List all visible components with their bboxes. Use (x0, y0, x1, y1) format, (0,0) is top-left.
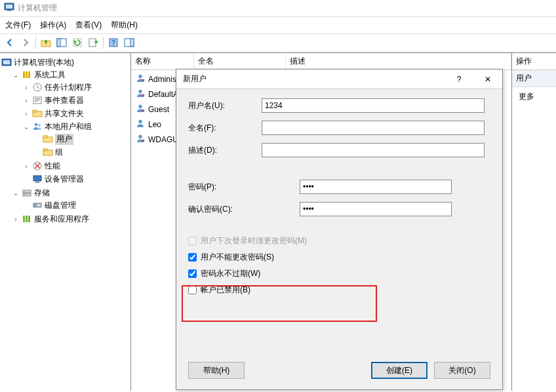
chk-account-disabled-label: 帐户已禁用(B) (201, 284, 250, 296)
tree-label: 组 (55, 147, 63, 158)
tree-label: 设备管理器 (45, 174, 84, 185)
dialog-titlebar[interactable]: 新用户 ? ✕ (176, 69, 502, 89)
dialog-title: 新用户 (183, 73, 207, 85)
tree-root[interactable]: 计算机管理(本地) (1, 56, 129, 68)
svg-point-46 (138, 120, 142, 123)
tree-system-tools[interactable]: ⌄ 系统工具 (12, 69, 129, 81)
tree-performance[interactable]: ›性能 (22, 160, 129, 172)
user-icon (135, 133, 146, 146)
tree-label: 用户 (55, 134, 73, 145)
actions-sub-users[interactable]: 用户 (512, 70, 556, 87)
tree-label: 共享文件夹 (45, 108, 84, 119)
collapse-icon[interactable]: ⌄ (12, 189, 20, 197)
svg-rect-19 (35, 98, 40, 99)
svg-rect-31 (33, 176, 41, 181)
svg-rect-39 (37, 204, 41, 206)
tree-groups[interactable]: 组 (33, 146, 129, 158)
menubar: 文件(F) 操作(A) 查看(V) 帮助(H) (0, 17, 556, 33)
tree-task-scheduler[interactable]: ›任务计划程序 (22, 81, 129, 93)
menu-action[interactable]: 操作(A) (40, 20, 66, 31)
item-name: DefaultA (148, 90, 178, 99)
user-icon (135, 88, 146, 100)
help-icon[interactable]: ? (106, 35, 121, 50)
tree-services-apps[interactable]: ›服务和应用程序 (12, 213, 129, 225)
dialog-body: 用户名(U): 全名(F): 描述(D): 密码(P): 确认密码(C): 用户… (176, 89, 502, 355)
svg-rect-5 (57, 39, 60, 47)
toolbar-separator (35, 37, 36, 49)
confirm-password-input[interactable] (300, 202, 452, 216)
svg-point-24 (35, 123, 38, 127)
tree-label: 服务和应用程序 (34, 214, 89, 225)
forward-icon[interactable] (18, 35, 33, 50)
username-input[interactable] (262, 98, 485, 113)
col-name[interactable]: 名称 (131, 53, 194, 69)
dialog-help-icon[interactable]: ? (445, 69, 473, 89)
password-input[interactable] (300, 180, 452, 194)
chk-account-disabled[interactable] (188, 286, 197, 294)
tree-disk-management[interactable]: 磁盘管理 (22, 199, 129, 211)
expand-icon[interactable]: › (22, 84, 30, 91)
chk-cannot-change[interactable] (188, 253, 197, 262)
tree-label: 事件查看器 (45, 95, 84, 106)
tree-label: 系统工具 (34, 69, 66, 81)
svg-point-44 (138, 90, 142, 93)
svg-rect-16 (28, 71, 30, 78)
close-icon[interactable]: ✕ (473, 69, 502, 89)
chk-must-change (188, 237, 197, 245)
svg-point-43 (138, 75, 142, 78)
chk-account-disabled-row[interactable]: 帐户已禁用(B) (188, 283, 490, 299)
help-button[interactable]: 帮助(H) (188, 362, 245, 379)
back-icon[interactable] (3, 35, 17, 50)
expand-icon[interactable]: › (22, 163, 30, 170)
close-button[interactable]: 关闭(O) (434, 362, 490, 379)
computer-management-icon (4, 2, 14, 14)
action-pane-icon[interactable] (122, 35, 136, 50)
chk-never-expires[interactable] (188, 269, 197, 278)
chk-never-expires-label: 密码永不过期(W) (201, 268, 260, 279)
chk-cannot-change-row[interactable]: 用户不能更改密码(S) (188, 250, 490, 266)
tree-device-manager[interactable]: 设备管理器 (22, 173, 129, 185)
expand-icon[interactable]: › (12, 216, 20, 223)
tree-storage[interactable]: ⌄存储 (12, 187, 129, 199)
col-fullname[interactable]: 全名 (194, 53, 286, 69)
svg-rect-29 (43, 149, 47, 151)
expand-icon[interactable]: › (22, 97, 30, 104)
chk-never-expires-row[interactable]: 密码永不过期(W) (188, 266, 490, 283)
col-description[interactable]: 描述 (286, 53, 511, 69)
actions-more[interactable]: 更多 (512, 87, 556, 106)
svg-rect-21 (35, 101, 38, 102)
svg-rect-13 (3, 60, 10, 64)
actions-header: 操作 (512, 53, 556, 70)
chk-must-change-row: 用户下次登录时须更改密码(M) (188, 233, 490, 250)
expand-icon[interactable]: › (22, 110, 30, 117)
tree-label: 性能 (45, 161, 60, 172)
menu-help[interactable]: 帮助(H) (111, 20, 138, 31)
svg-rect-38 (34, 204, 37, 206)
collapse-icon[interactable]: ⌄ (22, 123, 30, 130)
fullname-input[interactable] (262, 121, 485, 135)
up-folder-icon[interactable] (39, 35, 53, 50)
svg-rect-2 (7, 10, 11, 11)
tree-shared-folders[interactable]: ›共享文件夹 (22, 108, 129, 119)
refresh-icon[interactable] (70, 35, 85, 50)
user-icon (135, 73, 146, 85)
svg-rect-32 (35, 182, 39, 183)
svg-rect-7 (89, 39, 96, 47)
description-input[interactable] (262, 143, 485, 157)
tree-event-viewer[interactable]: ›事件查看器 (22, 94, 129, 106)
tree-label: 磁盘管理 (45, 200, 76, 211)
create-button[interactable]: 创建(E) (371, 362, 427, 379)
show-hide-tree-icon[interactable] (54, 35, 69, 50)
dialog-buttons: 帮助(H) 创建(E) 关闭(O) (176, 355, 502, 389)
tree-users[interactable]: 用户 (33, 133, 129, 145)
item-name: Leo (148, 120, 161, 129)
menu-view[interactable]: 查看(V) (75, 20, 102, 31)
svg-point-45 (138, 105, 142, 108)
svg-rect-27 (43, 136, 47, 138)
collapse-icon[interactable]: ⌄ (12, 71, 20, 79)
item-name: Guest (148, 105, 169, 114)
fullname-label: 全名(F): (188, 123, 262, 134)
export-list-icon[interactable] (86, 35, 100, 50)
menu-file[interactable]: 文件(F) (5, 20, 31, 31)
tree-local-users-groups[interactable]: ⌄本地用户和组 (22, 121, 129, 132)
